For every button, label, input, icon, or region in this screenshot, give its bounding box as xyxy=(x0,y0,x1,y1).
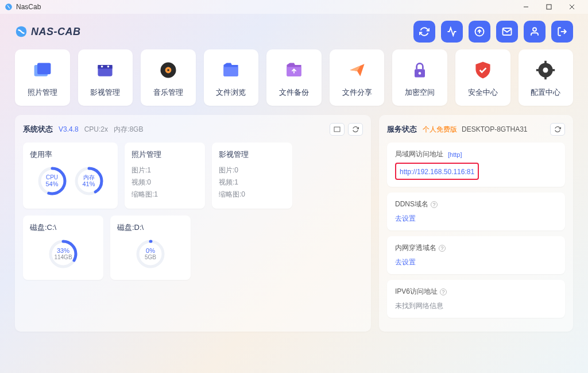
panel-header: 系统状态 V3.4.8 CPU:2x 内存:8GB xyxy=(23,123,363,136)
app-music[interactable]: 音乐管理 xyxy=(141,49,196,106)
info-icon[interactable]: ? xyxy=(440,289,447,295)
upload-button[interactable] xyxy=(469,21,490,43)
app-movies[interactable]: 影视管理 xyxy=(78,49,133,106)
expand-button[interactable] xyxy=(330,123,345,136)
svg-point-14 xyxy=(101,66,103,68)
mem-label: 内存 xyxy=(82,174,95,180)
maximize-button[interactable] xyxy=(537,1,560,13)
app-photos[interactable]: 照片管理 xyxy=(15,49,70,106)
close-button[interactable] xyxy=(560,1,583,13)
info-icon[interactable]: ? xyxy=(431,201,438,208)
disk-d-card: 磁盘:D:\ 0%5GB xyxy=(110,216,191,280)
files-icon xyxy=(220,60,241,80)
minimize-button[interactable] xyxy=(514,1,537,13)
cpu-ring: CPU54% xyxy=(37,166,68,197)
tunnel-label: 内网穿透域名 ? xyxy=(395,243,557,253)
photos-icon xyxy=(32,60,53,80)
activity-button[interactable] xyxy=(441,21,463,43)
svg-rect-11 xyxy=(37,63,51,74)
logo-icon xyxy=(15,25,28,38)
panel-title: 系统状态 xyxy=(23,124,53,134)
mem-ring: 内存41% xyxy=(74,166,105,197)
panel-refresh-button[interactable] xyxy=(550,123,565,136)
card-title: 照片管理 xyxy=(131,149,198,160)
photos-card: 照片管理 图片:1 视频:0 缩略图:1 xyxy=(125,143,205,209)
lock-icon xyxy=(409,60,430,80)
svg-rect-23 xyxy=(544,61,547,65)
disk-c-size: 114GB xyxy=(54,255,72,261)
disk-c-card: 磁盘:C:\ 33%114GB xyxy=(23,216,103,280)
app-label: 加密空间 xyxy=(405,87,435,98)
version-text: V3.4.8 xyxy=(59,125,79,133)
refresh-button[interactable] xyxy=(413,21,435,43)
disk-d-pct: 0% xyxy=(145,247,156,254)
shield-icon xyxy=(473,60,493,80)
brand-text: NAS-CAB xyxy=(31,26,81,38)
card-title: 磁盘:D:\ xyxy=(117,222,184,233)
disk-d-size: 5GB xyxy=(145,255,156,261)
svg-rect-25 xyxy=(536,69,540,71)
svg-point-22 xyxy=(543,68,548,73)
apps-grid: 照片管理 影视管理 音乐管理 文件浏览 文件备份 文件分享 加密空间 安全中心 … xyxy=(0,49,588,106)
app-security[interactable]: 安全中心 xyxy=(455,49,510,106)
app-label: 文件浏览 xyxy=(216,87,246,98)
share-icon xyxy=(347,60,368,80)
lan-url-highlight: http://192.168.50.116:81 xyxy=(395,163,479,180)
svg-rect-24 xyxy=(544,75,547,79)
lan-url-link[interactable]: http://192.168.50.116:81 xyxy=(400,168,474,176)
cpu-meta: CPU:2x xyxy=(84,125,108,133)
ddns-group: DDNS域名 ? 去设置 xyxy=(387,193,565,230)
ipv6-group: IPV6访问地址 ? 未找到网络信息 xyxy=(387,280,565,318)
svg-point-18 xyxy=(167,69,169,71)
system-status-panel: 系统状态 V3.4.8 CPU:2x 内存:8GB 使用率 CPU54% xyxy=(15,115,371,332)
lan-address-group: 局域网访问地址 [http] http://192.168.50.116:81 xyxy=(387,143,565,187)
app-backup[interactable]: 文件备份 xyxy=(266,49,322,106)
http-tag[interactable]: [http] xyxy=(448,151,462,158)
app-label: 影视管理 xyxy=(90,87,120,98)
usage-card: 使用率 CPU54% 内存41% xyxy=(23,143,118,209)
stat-line: 图片:1 xyxy=(131,166,198,175)
card-title: 影视管理 xyxy=(219,149,285,160)
tunnel-setup-link[interactable]: 去设置 xyxy=(395,258,416,266)
header-actions xyxy=(413,21,573,43)
app-icon xyxy=(5,3,13,11)
stat-line: 视频:1 xyxy=(219,178,285,187)
svg-point-20 xyxy=(419,72,421,74)
window-titlebar: NasCab xyxy=(0,0,588,14)
ddns-setup-link[interactable]: 去设置 xyxy=(395,214,416,222)
videos-card: 影视管理 图片:0 视频:1 缩略图:0 xyxy=(212,143,292,209)
app-label: 文件备份 xyxy=(279,87,309,98)
app-label: 照片管理 xyxy=(28,87,57,98)
user-button[interactable] xyxy=(524,21,546,43)
host-name: DESKTOP-8GTHA31 xyxy=(462,125,527,133)
gear-icon xyxy=(535,60,556,80)
panel-refresh-button[interactable] xyxy=(348,123,363,136)
header: NAS-CAB xyxy=(0,14,588,49)
app-encrypt[interactable]: 加密空间 xyxy=(392,49,447,106)
card-title: 磁盘:C:\ xyxy=(30,222,96,233)
window-controls xyxy=(514,1,583,13)
music-icon xyxy=(158,60,179,80)
panel-header: 服务状态 个人免费版 DESKTOP-8GTHA31 xyxy=(387,123,565,136)
plan-badge: 个人免费版 xyxy=(423,125,457,134)
svg-rect-13 xyxy=(98,65,113,68)
app-share[interactable]: 文件分享 xyxy=(330,49,385,106)
brand-logo: NAS-CAB xyxy=(15,25,81,38)
mem-pct: 41% xyxy=(82,180,95,187)
svg-point-8 xyxy=(533,28,536,31)
app-label: 音乐管理 xyxy=(153,87,183,98)
info-icon[interactable]: ? xyxy=(439,245,446,252)
stat-line: 缩略图:1 xyxy=(131,190,198,199)
logout-button[interactable] xyxy=(551,21,573,43)
backup-icon xyxy=(284,60,304,80)
stat-line: 缩略图:0 xyxy=(219,190,285,199)
app-files[interactable]: 文件浏览 xyxy=(204,49,259,106)
svg-rect-26 xyxy=(551,69,555,71)
app-settings[interactable]: 配置中心 xyxy=(519,49,574,106)
ddns-label: DDNS域名 ? xyxy=(395,199,557,209)
svg-point-15 xyxy=(107,66,110,68)
cpu-label: CPU xyxy=(45,174,58,180)
tunnel-group: 内网穿透域名 ? 去设置 xyxy=(387,236,565,274)
mail-button[interactable] xyxy=(496,21,518,43)
movies-icon xyxy=(95,60,115,80)
